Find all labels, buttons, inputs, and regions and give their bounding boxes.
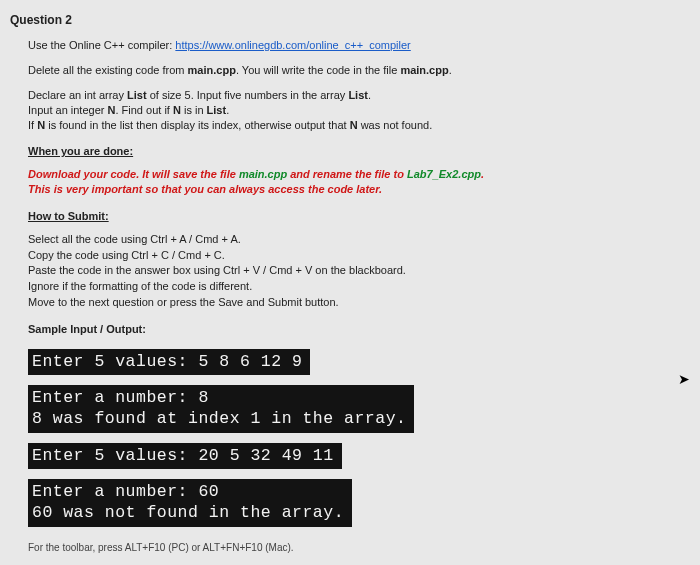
text: . xyxy=(449,64,452,76)
submit-heading: How to Submit: xyxy=(28,209,682,224)
question-body: Use the Online C++ compiler: https://www… xyxy=(10,38,682,554)
n-var: N xyxy=(37,119,45,131)
term-line: 8 was found at index 1 in the array. xyxy=(32,409,406,430)
t: . xyxy=(226,104,229,116)
text: Delete all the existing code from xyxy=(28,64,188,76)
step-1: Select all the code using Ctrl + A / Cmd… xyxy=(28,232,682,247)
task-line-1: Declare an int array List of size 5. Inp… xyxy=(28,88,682,103)
step-5: Move to the next question or press the S… xyxy=(28,295,682,310)
dl-c: . xyxy=(481,168,484,180)
term-line: Enter a number: 60 xyxy=(32,482,344,503)
t: Input an integer xyxy=(28,104,108,116)
t: . xyxy=(368,89,371,101)
t: was not found. xyxy=(358,119,433,131)
step-4: Ignore if the formatting of the code is … xyxy=(28,279,682,294)
t: is in xyxy=(181,104,207,116)
t: . Find out if xyxy=(115,104,172,116)
terminal-run-2b: Enter a number: 60 60 was not found in t… xyxy=(28,479,682,536)
compiler-prefix: Use the Online C++ compiler: xyxy=(28,39,175,51)
t: of size 5. Input five numbers in the arr… xyxy=(147,89,349,101)
term-line: Enter a number: 8 xyxy=(32,388,406,409)
delete-instruction: Delete all the existing code from main.c… xyxy=(28,63,682,78)
text: . You will write the code in the file xyxy=(236,64,400,76)
task-line-2: Input an integer N. Find out if N is in … xyxy=(28,103,682,118)
term-line: Enter 5 values: 5 8 6 12 9 xyxy=(32,352,302,373)
task-line-3: If N is found in the list then display i… xyxy=(28,118,682,133)
terminal-run-1a: Enter 5 values: 5 8 6 12 9 xyxy=(28,349,682,386)
n-var: N xyxy=(173,104,181,116)
term-line: Enter 5 values: 20 5 32 49 11 xyxy=(32,446,334,467)
toolbar-footnote: For the toolbar, press ALT+F10 (PC) or A… xyxy=(28,541,682,555)
dl-important: This is very important so that you can a… xyxy=(28,182,682,197)
terminal-run-2a: Enter 5 values: 20 5 32 49 11 xyxy=(28,443,682,480)
term-line: 60 was not found in the array. xyxy=(32,503,344,524)
step-3: Paste the code in the answer box using C… xyxy=(28,263,682,278)
compiler-link[interactable]: https://www.onlinegdb.com/online_c++_com… xyxy=(175,39,410,51)
step-2: Copy the code using Ctrl + C / Cmd + C. xyxy=(28,248,682,263)
list-var: List xyxy=(348,89,368,101)
task-block: Declare an int array List of size 5. Inp… xyxy=(28,88,682,133)
sample-heading: Sample Input / Output: xyxy=(28,322,682,337)
t: is found in the list then display its in… xyxy=(45,119,350,131)
list-var: List xyxy=(127,89,147,101)
dl-lab: Lab7_Ex2.cpp xyxy=(407,168,481,180)
dl-b: and rename the file to xyxy=(287,168,407,180)
question-heading: Question 2 xyxy=(10,12,682,28)
filename: main.cpp xyxy=(188,64,236,76)
dl-a: Download your code. It will save the fil… xyxy=(28,168,239,180)
download-block: Download your code. It will save the fil… xyxy=(28,167,682,197)
cursor-icon: ➤ xyxy=(678,370,690,389)
filename: main.cpp xyxy=(400,64,448,76)
done-heading: When you are done: xyxy=(28,144,682,159)
list-var: List xyxy=(207,104,227,116)
t: Declare an int array xyxy=(28,89,127,101)
compiler-instruction: Use the Online C++ compiler: https://www… xyxy=(28,38,682,53)
terminal-run-1b: Enter a number: 8 8 was found at index 1… xyxy=(28,385,682,442)
submit-steps: Select all the code using Ctrl + A / Cmd… xyxy=(28,232,682,310)
t: If xyxy=(28,119,37,131)
dl-main: main.cpp xyxy=(239,168,287,180)
n-var: N xyxy=(350,119,358,131)
